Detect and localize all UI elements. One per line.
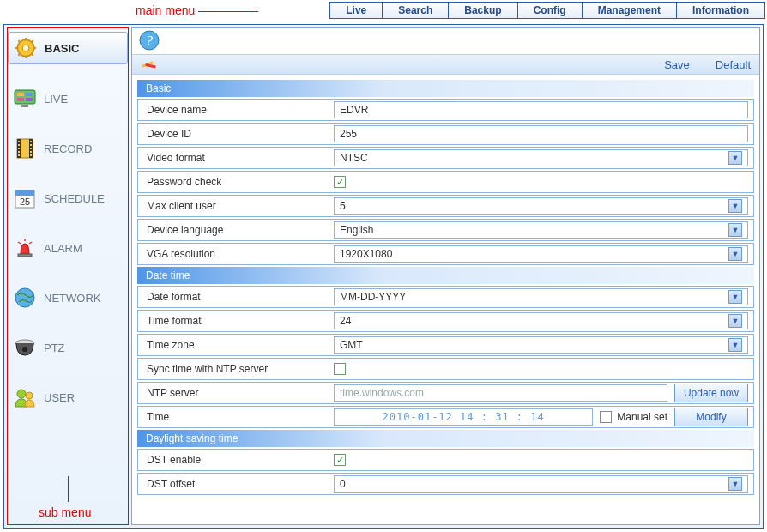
main-menu: Live Search Backup Config Management Inf…: [329, 2, 765, 19]
user-icon: [13, 385, 37, 409]
save-button[interactable]: Save: [664, 58, 690, 71]
label-time-zone: Time zone: [138, 339, 334, 351]
label-manual-set: Manual set: [617, 411, 667, 423]
select-device-language[interactable]: English▼: [334, 221, 748, 239]
tab-config[interactable]: Config: [518, 3, 583, 18]
label-date-format: Date format: [138, 291, 334, 303]
input-ntp-server[interactable]: [334, 384, 667, 402]
svg-rect-25: [30, 144, 32, 146]
row-device-language: Device language English▼: [137, 219, 754, 241]
label-ntp-server: NTP server: [138, 387, 334, 399]
svg-text:25: 25: [20, 196, 30, 207]
chevron-down-icon: ▼: [728, 314, 742, 328]
select-max-client-user[interactable]: 5▼: [334, 197, 748, 215]
svg-rect-14: [26, 98, 33, 101]
svg-rect-28: [30, 154, 32, 156]
chevron-down-icon: ▼: [728, 338, 742, 352]
label-dst-enable: DST enable: [138, 454, 334, 466]
tab-information[interactable]: Information: [677, 3, 764, 18]
label-password-check: Password check: [138, 176, 334, 188]
svg-rect-23: [18, 154, 20, 156]
svg-point-38: [22, 347, 27, 352]
globe-icon: [13, 286, 37, 310]
row-device-name: Device name: [137, 99, 754, 121]
sidebar-item-basic[interactable]: BASIC: [8, 32, 128, 64]
dome-icon: [13, 336, 37, 360]
row-sync-ntp: Sync time with NTP server: [137, 358, 754, 380]
input-device-name[interactable]: [334, 101, 748, 118]
svg-line-6: [18, 40, 20, 42]
tab-live[interactable]: Live: [330, 3, 383, 18]
svg-point-1: [22, 45, 29, 51]
label-time-format: Time format: [138, 315, 334, 327]
row-date-format: Date format MM-DD-YYYY▼: [137, 286, 754, 308]
select-date-format[interactable]: MM-DD-YYYY▼: [334, 288, 748, 305]
select-vga-resolution[interactable]: 1920X1080▼: [334, 245, 748, 263]
sidebar-item-label: LIVE: [44, 93, 68, 106]
modify-button[interactable]: Modify: [674, 408, 748, 426]
sidebar-item-label: RECORD: [44, 142, 92, 155]
svg-point-36: [15, 288, 34, 307]
svg-line-35: [29, 242, 32, 244]
chevron-down-icon: ▼: [728, 290, 742, 304]
alarm-icon: [13, 236, 37, 260]
tab-management[interactable]: Management: [583, 3, 677, 18]
svg-rect-24: [30, 141, 32, 142]
sidebar-item-user[interactable]: USER: [8, 382, 128, 413]
checkbox-password-check[interactable]: ✓: [334, 176, 346, 188]
sidebar-item-network[interactable]: NETWORK: [8, 282, 128, 313]
sidebar-item-live[interactable]: LIVE: [8, 83, 128, 114]
row-dst-offset: DST offset 0▼: [137, 473, 754, 495]
sidebar-item-label: PTZ: [44, 342, 65, 354]
checkbox-manual-set[interactable]: [600, 411, 612, 423]
svg-rect-19: [18, 141, 20, 142]
label-sync-ntp: Sync time with NTP server: [138, 363, 334, 375]
row-time: Time 2010-01-12 14 : 31 : 14 Manual set …: [137, 406, 754, 428]
default-button[interactable]: Default: [716, 58, 751, 71]
update-now-button[interactable]: Update now: [674, 384, 748, 402]
sidebar-item-label: USER: [44, 391, 75, 404]
label-vga-resolution: VGA resolution: [138, 248, 334, 260]
select-video-format[interactable]: NTSC▼: [334, 149, 748, 166]
label-video-format: Video format: [138, 152, 334, 164]
section-dst: Daylight saving time: [137, 430, 754, 447]
row-password-check: Password check ✓: [137, 171, 754, 193]
sidebar-item-record[interactable]: RECORD: [8, 133, 128, 164]
svg-rect-13: [17, 98, 24, 101]
select-time-format[interactable]: 24▼: [334, 312, 748, 329]
svg-rect-10: [15, 90, 35, 104]
svg-rect-26: [30, 148, 32, 149]
label-device-id: Device ID: [138, 128, 334, 140]
svg-rect-21: [18, 148, 20, 149]
select-dst-offset[interactable]: 0▼: [334, 475, 748, 493]
film-icon: [13, 136, 37, 160]
row-vga-resolution: VGA resolution 1920X1080▼: [137, 243, 754, 265]
tab-backup[interactable]: Backup: [449, 3, 517, 18]
section-basic: Basic: [137, 80, 754, 97]
config-panel: ? Save Default Basic Device name Device …: [131, 27, 760, 525]
input-device-id[interactable]: [334, 125, 748, 142]
sidebar-item-alarm[interactable]: ALARM: [8, 233, 128, 263]
monitor-icon: [13, 87, 37, 111]
settings-scroll[interactable]: Basic Device name Device ID Video format…: [132, 75, 759, 524]
select-time-zone[interactable]: GMT▼: [334, 336, 748, 354]
chevron-down-icon: ▼: [728, 223, 742, 237]
svg-rect-11: [17, 93, 24, 96]
section-datetime: Date time: [137, 267, 754, 284]
sidebar-item-schedule[interactable]: 25 SCHEDULE: [8, 183, 128, 214]
checkbox-sync-ntp[interactable]: [334, 363, 346, 375]
row-device-id: Device ID: [137, 123, 754, 145]
svg-line-8: [18, 54, 20, 56]
checkbox-dst-enable[interactable]: ✓: [334, 454, 346, 466]
tab-search[interactable]: Search: [383, 3, 449, 18]
help-icon[interactable]: ?: [139, 30, 160, 53]
label-max-client-user: Max client user: [138, 200, 334, 212]
time-display: 2010-01-12 14 : 31 : 14: [334, 408, 593, 426]
label-device-language: Device language: [138, 224, 334, 236]
svg-line-7: [32, 54, 33, 56]
chevron-down-icon: ▼: [728, 247, 742, 261]
calendar-icon: 25: [13, 186, 37, 210]
gear-icon: [14, 36, 38, 60]
sidebar-item-ptz[interactable]: PTZ: [8, 332, 128, 363]
row-max-client-user: Max client user 5▼: [137, 195, 754, 217]
